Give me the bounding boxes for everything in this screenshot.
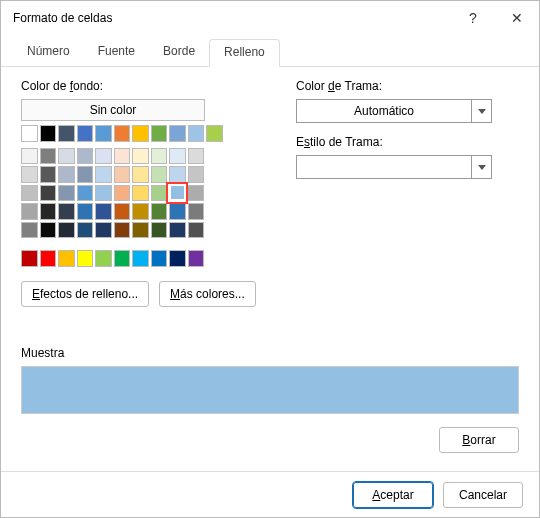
color-swatch[interactable] (21, 250, 38, 267)
color-swatch[interactable] (132, 250, 149, 267)
color-swatch-selected[interactable] (166, 182, 188, 204)
color-swatch[interactable] (77, 148, 94, 165)
color-swatch[interactable] (132, 222, 149, 239)
color-swatch[interactable] (188, 125, 205, 142)
color-swatch[interactable] (77, 185, 94, 202)
help-button[interactable]: ? (451, 1, 495, 35)
color-swatch[interactable] (58, 166, 75, 183)
color-swatch[interactable] (21, 148, 38, 165)
tab-font[interactable]: Fuente (84, 39, 149, 66)
color-swatch[interactable] (188, 203, 205, 220)
color-swatch[interactable] (151, 250, 168, 267)
color-swatch[interactable] (21, 185, 38, 202)
color-swatch[interactable] (169, 203, 186, 220)
color-swatch[interactable] (114, 148, 131, 165)
color-swatch[interactable] (95, 166, 112, 183)
pattern-color-label: Color de Trama: (296, 79, 519, 93)
tab-fill[interactable]: Relleno (209, 39, 280, 67)
no-color-button[interactable]: Sin color (21, 99, 205, 121)
color-swatch[interactable] (40, 185, 57, 202)
color-swatch[interactable] (95, 203, 112, 220)
color-swatch[interactable] (95, 250, 112, 267)
color-swatch[interactable] (151, 125, 168, 142)
pattern-style-dropdown[interactable] (296, 155, 492, 179)
color-swatch[interactable] (188, 250, 205, 267)
color-swatch[interactable] (151, 148, 168, 165)
pattern-color-dropdown[interactable]: Automático (296, 99, 492, 123)
color-swatch[interactable] (169, 148, 186, 165)
color-swatch[interactable] (169, 125, 186, 142)
color-swatch[interactable] (40, 148, 57, 165)
color-swatch[interactable] (169, 166, 186, 183)
pattern-style-label: Estilo de Trama: (296, 135, 519, 149)
tab-number[interactable]: Número (13, 39, 84, 66)
fill-effects-button[interactable]: Efectos de relleno... (21, 281, 149, 307)
sample-section: Muestra (21, 346, 519, 414)
color-swatch[interactable] (169, 222, 186, 239)
color-swatch[interactable] (114, 125, 131, 142)
color-swatch[interactable] (77, 125, 94, 142)
sample-swatch (21, 366, 519, 414)
close-button[interactable]: ✕ (495, 1, 539, 35)
color-swatch[interactable] (40, 203, 57, 220)
color-swatch[interactable] (187, 185, 204, 202)
color-swatch[interactable] (58, 250, 75, 267)
color-swatch[interactable] (114, 203, 131, 220)
color-swatch[interactable] (95, 222, 112, 239)
format-cells-dialog: Formato de celdas ? ✕ Número Fuente Bord… (0, 0, 540, 518)
color-swatch[interactable] (40, 222, 57, 239)
color-swatch[interactable] (77, 250, 94, 267)
dialog-footer: Aceptar Cancelar (1, 471, 539, 517)
color-swatch[interactable] (169, 250, 186, 267)
color-swatch[interactable] (58, 222, 75, 239)
color-swatch[interactable] (95, 185, 112, 202)
color-swatch[interactable] (95, 125, 112, 142)
bg-color-label: Color de fondo: (21, 79, 266, 93)
cancel-button[interactable]: Cancelar (443, 482, 523, 508)
color-swatch[interactable] (77, 222, 94, 239)
color-swatch[interactable] (21, 166, 38, 183)
color-swatch[interactable] (58, 148, 75, 165)
titlebar: Formato de celdas ? ✕ (1, 1, 539, 35)
color-swatch[interactable] (206, 125, 223, 142)
color-swatch[interactable] (58, 125, 75, 142)
color-swatch[interactable] (77, 166, 94, 183)
color-swatch[interactable] (188, 148, 205, 165)
color-swatch[interactable] (132, 203, 149, 220)
chevron-down-icon[interactable] (471, 156, 491, 178)
color-swatch[interactable] (132, 148, 149, 165)
color-swatch[interactable] (58, 203, 75, 220)
color-swatch[interactable] (40, 166, 57, 183)
theme-color-row (21, 125, 266, 142)
chevron-down-icon[interactable] (471, 100, 491, 122)
tabs: Número Fuente Borde Relleno (1, 39, 539, 67)
color-swatch[interactable] (151, 185, 168, 202)
color-swatch[interactable] (21, 222, 38, 239)
color-swatch[interactable] (77, 203, 94, 220)
color-swatch[interactable] (151, 203, 168, 220)
clear-button[interactable]: Borrar (439, 427, 519, 453)
color-swatch[interactable] (21, 203, 38, 220)
more-colors-button[interactable]: Más colores... (159, 281, 256, 307)
color-swatch[interactable] (114, 222, 131, 239)
pattern-color-value: Automático (297, 104, 471, 118)
color-swatch[interactable] (114, 250, 131, 267)
shade-grid (21, 148, 266, 241)
color-swatch[interactable] (40, 250, 57, 267)
color-swatch[interactable] (188, 222, 205, 239)
color-swatch[interactable] (58, 185, 75, 202)
ok-button[interactable]: Aceptar (353, 482, 433, 508)
color-swatch[interactable] (21, 125, 38, 142)
sample-label: Muestra (21, 346, 519, 360)
color-swatch[interactable] (132, 125, 149, 142)
tab-border[interactable]: Borde (149, 39, 209, 66)
color-swatch[interactable] (188, 166, 205, 183)
color-swatch[interactable] (151, 166, 168, 183)
color-swatch[interactable] (95, 148, 112, 165)
color-swatch[interactable] (151, 222, 168, 239)
color-swatch[interactable] (40, 125, 57, 142)
color-swatch[interactable] (132, 185, 149, 202)
color-swatch[interactable] (114, 185, 131, 202)
color-swatch[interactable] (132, 166, 149, 183)
color-swatch[interactable] (114, 166, 131, 183)
